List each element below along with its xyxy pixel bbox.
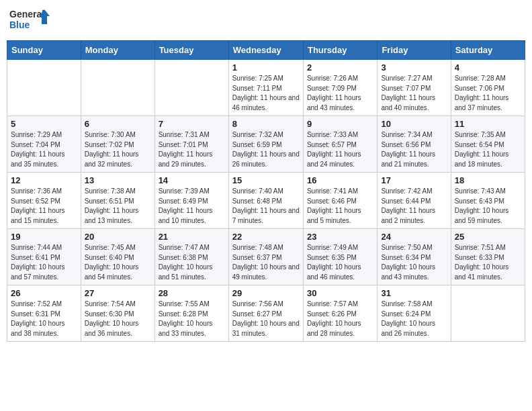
calendar-cell: 9Sunrise: 7:33 AM Sunset: 6:57 PM Daylig… bbox=[303, 116, 377, 173]
day-info: Sunrise: 7:38 AM Sunset: 6:51 PM Dayligh… bbox=[85, 187, 151, 226]
calendar-week-row: 5Sunrise: 7:29 AM Sunset: 7:04 PM Daylig… bbox=[7, 116, 525, 173]
day-info: Sunrise: 7:30 AM Sunset: 7:02 PM Dayligh… bbox=[85, 130, 151, 169]
calendar-cell: 29Sunrise: 7:56 AM Sunset: 6:27 PM Dayli… bbox=[228, 285, 303, 342]
day-info: Sunrise: 7:50 AM Sunset: 6:34 PM Dayligh… bbox=[381, 243, 447, 282]
day-info: Sunrise: 7:31 AM Sunset: 7:01 PM Dayligh… bbox=[159, 130, 225, 169]
svg-text:General: General bbox=[9, 9, 44, 19]
day-info: Sunrise: 7:34 AM Sunset: 6:56 PM Dayligh… bbox=[381, 130, 447, 169]
calendar-cell: 26Sunrise: 7:52 AM Sunset: 6:31 PM Dayli… bbox=[7, 285, 81, 342]
day-info: Sunrise: 7:40 AM Sunset: 6:48 PM Dayligh… bbox=[232, 187, 300, 226]
calendar-cell: 14Sunrise: 7:39 AM Sunset: 6:49 PM Dayli… bbox=[154, 173, 228, 229]
day-info: Sunrise: 7:54 AM Sunset: 6:30 PM Dayligh… bbox=[85, 300, 151, 338]
calendar-table: SundayMondayTuesdayWednesdayThursdayFrid… bbox=[7, 40, 525, 342]
day-number: 11 bbox=[455, 119, 521, 129]
day-info: Sunrise: 7:58 AM Sunset: 6:24 PM Dayligh… bbox=[381, 300, 447, 338]
day-info: Sunrise: 7:47 AM Sunset: 6:38 PM Dayligh… bbox=[159, 243, 225, 282]
calendar-cell bbox=[451, 285, 525, 342]
calendar-cell: 5Sunrise: 7:29 AM Sunset: 7:04 PM Daylig… bbox=[7, 116, 81, 173]
day-info: Sunrise: 7:45 AM Sunset: 6:40 PM Dayligh… bbox=[85, 243, 151, 282]
day-info: Sunrise: 7:52 AM Sunset: 6:31 PM Dayligh… bbox=[11, 300, 77, 338]
calendar-cell: 24Sunrise: 7:50 AM Sunset: 6:34 PM Dayli… bbox=[378, 229, 451, 285]
day-number: 20 bbox=[85, 232, 151, 242]
calendar-cell: 20Sunrise: 7:45 AM Sunset: 6:40 PM Dayli… bbox=[81, 229, 154, 285]
day-number: 30 bbox=[307, 288, 373, 298]
day-info: Sunrise: 7:56 AM Sunset: 6:27 PM Dayligh… bbox=[232, 300, 300, 338]
day-number: 3 bbox=[381, 62, 447, 73]
day-info: Sunrise: 7:39 AM Sunset: 6:49 PM Dayligh… bbox=[159, 187, 225, 226]
day-info: Sunrise: 7:33 AM Sunset: 6:57 PM Dayligh… bbox=[307, 130, 373, 169]
day-number: 21 bbox=[159, 232, 225, 242]
calendar-cell bbox=[81, 60, 154, 116]
day-info: Sunrise: 7:41 AM Sunset: 6:46 PM Dayligh… bbox=[307, 187, 373, 226]
calendar-cell: 7Sunrise: 7:31 AM Sunset: 7:01 PM Daylig… bbox=[154, 116, 228, 173]
day-info: Sunrise: 7:32 AM Sunset: 6:59 PM Dayligh… bbox=[232, 130, 300, 169]
day-info: Sunrise: 7:44 AM Sunset: 6:41 PM Dayligh… bbox=[11, 243, 77, 282]
logo: General Blue bbox=[9, 7, 50, 35]
calendar-cell: 28Sunrise: 7:55 AM Sunset: 6:28 PM Dayli… bbox=[154, 285, 228, 342]
day-number: 31 bbox=[381, 288, 447, 298]
day-number: 6 bbox=[85, 119, 151, 129]
day-number: 9 bbox=[307, 119, 373, 129]
calendar-cell: 23Sunrise: 7:49 AM Sunset: 6:35 PM Dayli… bbox=[303, 229, 377, 285]
day-info: Sunrise: 7:55 AM Sunset: 6:28 PM Dayligh… bbox=[159, 300, 225, 338]
day-info: Sunrise: 7:43 AM Sunset: 6:43 PM Dayligh… bbox=[455, 187, 521, 226]
day-info: Sunrise: 7:49 AM Sunset: 6:35 PM Dayligh… bbox=[307, 243, 373, 282]
calendar-cell bbox=[7, 60, 81, 116]
day-info: Sunrise: 7:25 AM Sunset: 7:11 PM Dayligh… bbox=[232, 74, 300, 113]
calendar-cell: 16Sunrise: 7:41 AM Sunset: 6:46 PM Dayli… bbox=[303, 173, 377, 229]
day-info: Sunrise: 7:35 AM Sunset: 6:54 PM Dayligh… bbox=[455, 130, 521, 169]
day-number: 23 bbox=[307, 232, 373, 242]
calendar-cell: 11Sunrise: 7:35 AM Sunset: 6:54 PM Dayli… bbox=[451, 116, 525, 173]
calendar-cell: 22Sunrise: 7:48 AM Sunset: 6:37 PM Dayli… bbox=[228, 229, 303, 285]
day-number: 5 bbox=[11, 119, 77, 129]
calendar-cell: 8Sunrise: 7:32 AM Sunset: 6:59 PM Daylig… bbox=[228, 116, 303, 173]
day-number: 27 bbox=[85, 288, 151, 298]
day-of-week-header: Thursday bbox=[303, 41, 377, 60]
svg-text:Blue: Blue bbox=[9, 19, 30, 30]
day-of-week-header: Sunday bbox=[7, 41, 81, 60]
calendar-week-row: 26Sunrise: 7:52 AM Sunset: 6:31 PM Dayli… bbox=[7, 285, 525, 342]
calendar-cell: 12Sunrise: 7:36 AM Sunset: 6:52 PM Dayli… bbox=[7, 173, 81, 229]
day-of-week-header: Tuesday bbox=[154, 41, 228, 60]
day-of-week-header: Saturday bbox=[451, 41, 525, 60]
day-info: Sunrise: 7:51 AM Sunset: 6:33 PM Dayligh… bbox=[455, 243, 521, 282]
calendar-cell: 21Sunrise: 7:47 AM Sunset: 6:38 PM Dayli… bbox=[154, 229, 228, 285]
day-info: Sunrise: 7:28 AM Sunset: 7:06 PM Dayligh… bbox=[455, 74, 521, 113]
day-number: 15 bbox=[232, 175, 300, 185]
logo-svg: General Blue bbox=[9, 7, 50, 35]
day-info: Sunrise: 7:57 AM Sunset: 6:26 PM Dayligh… bbox=[307, 300, 373, 338]
calendar-week-row: 12Sunrise: 7:36 AM Sunset: 6:52 PM Dayli… bbox=[7, 173, 525, 229]
calendar-cell: 25Sunrise: 7:51 AM Sunset: 6:33 PM Dayli… bbox=[451, 229, 525, 285]
day-of-week-header: Monday bbox=[81, 41, 154, 60]
calendar-week-row: 1Sunrise: 7:25 AM Sunset: 7:11 PM Daylig… bbox=[7, 60, 525, 116]
calendar-cell: 19Sunrise: 7:44 AM Sunset: 6:41 PM Dayli… bbox=[7, 229, 81, 285]
day-info: Sunrise: 7:27 AM Sunset: 7:07 PM Dayligh… bbox=[381, 74, 447, 113]
day-number: 8 bbox=[232, 119, 300, 129]
day-number: 24 bbox=[381, 232, 447, 242]
day-number: 4 bbox=[455, 62, 521, 73]
calendar-week-row: 19Sunrise: 7:44 AM Sunset: 6:41 PM Dayli… bbox=[7, 229, 525, 285]
calendar-header-row: SundayMondayTuesdayWednesdayThursdayFrid… bbox=[7, 41, 525, 60]
calendar-cell: 4Sunrise: 7:28 AM Sunset: 7:06 PM Daylig… bbox=[451, 60, 525, 116]
day-number: 16 bbox=[307, 175, 373, 185]
day-number: 29 bbox=[232, 288, 300, 298]
day-number: 22 bbox=[232, 232, 300, 242]
day-number: 18 bbox=[455, 175, 521, 185]
calendar-cell: 27Sunrise: 7:54 AM Sunset: 6:30 PM Dayli… bbox=[81, 285, 154, 342]
calendar-cell: 13Sunrise: 7:38 AM Sunset: 6:51 PM Dayli… bbox=[81, 173, 154, 229]
day-number: 2 bbox=[307, 62, 373, 73]
calendar-cell: 3Sunrise: 7:27 AM Sunset: 7:07 PM Daylig… bbox=[378, 60, 451, 116]
day-number: 17 bbox=[381, 175, 447, 185]
calendar-cell: 31Sunrise: 7:58 AM Sunset: 6:24 PM Dayli… bbox=[378, 285, 451, 342]
day-info: Sunrise: 7:26 AM Sunset: 7:09 PM Dayligh… bbox=[307, 74, 373, 113]
calendar-cell: 10Sunrise: 7:34 AM Sunset: 6:56 PM Dayli… bbox=[378, 116, 451, 173]
day-number: 19 bbox=[11, 232, 77, 242]
day-of-week-header: Wednesday bbox=[228, 41, 303, 60]
calendar-cell: 2Sunrise: 7:26 AM Sunset: 7:09 PM Daylig… bbox=[303, 60, 377, 116]
calendar-cell: 18Sunrise: 7:43 AM Sunset: 6:43 PM Dayli… bbox=[451, 173, 525, 229]
day-number: 25 bbox=[455, 232, 521, 242]
day-number: 12 bbox=[11, 175, 77, 185]
day-of-week-header: Friday bbox=[378, 41, 451, 60]
day-number: 10 bbox=[381, 119, 447, 129]
calendar-cell: 1Sunrise: 7:25 AM Sunset: 7:11 PM Daylig… bbox=[228, 60, 303, 116]
